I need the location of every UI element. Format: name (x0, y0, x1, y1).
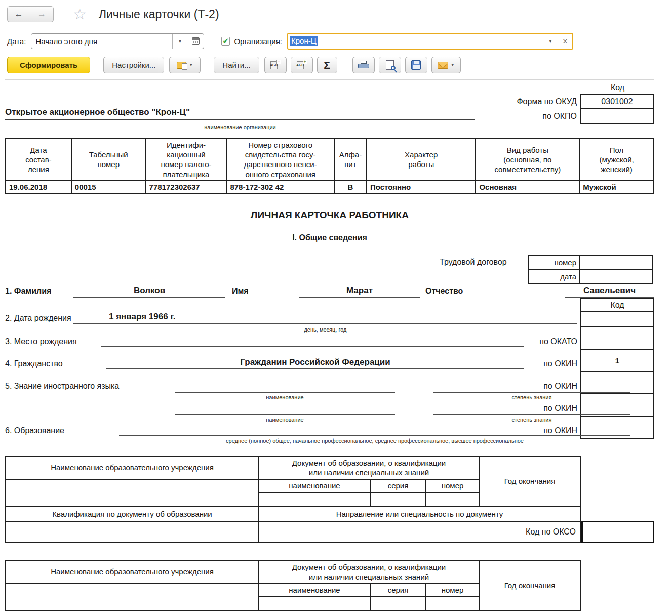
okin-label: по ОКИН (522, 359, 577, 368)
okso-label: Код по ОКСО (259, 521, 580, 543)
birthplace-line (101, 335, 524, 347)
settings-button[interactable]: Настройки... (103, 57, 164, 73)
chevron-down-icon: ▼ (548, 39, 552, 44)
language-label: 5. Знание иностранного языка (5, 382, 119, 391)
collapse-groups-button[interactable]: АБВ− (264, 57, 287, 73)
calendar-button[interactable] (187, 34, 204, 49)
save-button[interactable] (405, 57, 427, 73)
abc-plus-icon: АБВ+ (296, 60, 307, 70)
date-input[interactable]: Начало этого дня (31, 34, 172, 49)
window-header: ← → ☆ Личные карточки (Т-2) (0, 0, 672, 22)
value-cell: 19.06.2018 (6, 181, 71, 193)
section-title: I. Общие сведения (5, 233, 654, 242)
date-label: Дата: (7, 37, 26, 46)
date-dropdown-button[interactable]: ▼ (172, 34, 187, 49)
print-button[interactable] (352, 57, 375, 73)
code-cell: 1 (581, 349, 654, 372)
page-title: Личные карточки (Т-2) (99, 8, 219, 21)
expand-groups-button[interactable]: АБВ+ (291, 57, 313, 73)
chevron-down-icon: ▼ (189, 63, 193, 67)
doc-series-cell (370, 492, 426, 507)
nav-button-group: ← → (7, 6, 54, 22)
contract-date-label: дата (529, 269, 579, 283)
header-cell: Алфа- вит (334, 139, 367, 181)
value-cell: В (334, 181, 367, 193)
favorite-star-icon[interactable]: ☆ (73, 7, 87, 22)
birthplace-label: 3. Место рождения (5, 337, 77, 346)
date-field[interactable]: Начало этого дня ▼ (31, 33, 204, 49)
report-variants-icon (177, 62, 186, 69)
header-cell: Дата состав- ления (6, 139, 71, 181)
surname-value: Волков (73, 285, 225, 298)
year-header: Год окончания (479, 560, 580, 611)
year-header: Год окончания (479, 456, 580, 507)
code-column-header: Код (581, 298, 654, 312)
header-cell: Характер работы (367, 139, 476, 181)
generate-button[interactable]: Сформировать (7, 57, 90, 73)
language-degree-line (433, 381, 630, 393)
citizenship-value: Гражданин Российской Федерации (106, 357, 524, 369)
language-name-caption: наименование (175, 394, 395, 400)
org-field[interactable]: Крон-Ц ▼ ✕ (287, 33, 573, 50)
education-label: 6. Образование (5, 426, 64, 435)
language-degree-caption: степень знания (433, 417, 630, 423)
totals-button[interactable]: Σ (317, 57, 337, 73)
org-clear-button[interactable]: ✕ (558, 34, 572, 49)
language-degree-caption: степень знания (433, 394, 630, 400)
org-dropdown-button[interactable]: ▼ (543, 34, 558, 49)
patronymic-value: Савельевич (565, 285, 654, 298)
send-mail-button[interactable]: ▼ (431, 57, 461, 73)
document-title: ЛИЧНАЯ КАРТОЧКА РАБОТНИКА (5, 210, 654, 221)
okpo-label: по ОКПО (494, 109, 580, 124)
qualification-header: Квалификация по документу об образовании (6, 506, 259, 521)
direction-header: Направление или специальность по докумен… (259, 506, 580, 521)
forward-button[interactable]: → (30, 7, 53, 22)
contract-number-cell (579, 255, 653, 269)
document-header: Документ об образовании, о квалификации … (259, 456, 479, 479)
floppy-disk-icon (411, 60, 421, 70)
doc-series-subheader: серия (370, 584, 426, 597)
back-arrow-icon: ← (15, 9, 23, 19)
info-table: Дата состав- ления Табельный номер Идент… (5, 138, 654, 194)
report-area[interactable]: Код Форма по ОКУД 0301002 по ОКПО Открыт… (5, 79, 654, 609)
education-caption: среднее (полное) общее, начальное профес… (119, 438, 630, 444)
doc-name-subheader: наименование (259, 479, 370, 492)
institution-header: Наименование образовательного учреждения (6, 456, 259, 479)
birth-date-caption: день, месяц, год (73, 326, 577, 333)
report-variants-button[interactable]: ▼ (169, 57, 201, 73)
header-cell: Табельный номер (71, 139, 146, 181)
abc-minus-icon: АБВ− (270, 60, 281, 70)
header-cell: Номер страхового свидетельства госу- дар… (226, 139, 334, 181)
value-cell: 00015 (71, 181, 146, 193)
institution-cell (6, 584, 259, 611)
code-cell (581, 312, 654, 327)
birth-date-label: 2. Дата рождения (5, 314, 71, 323)
education-line (119, 424, 630, 436)
printer-icon (358, 61, 369, 69)
header-cell: Идентифи- кационный номер налого- плател… (146, 139, 227, 181)
labor-contract-label: Трудовой договор (440, 258, 507, 267)
preview-button[interactable] (379, 57, 401, 73)
language-name-line (175, 403, 395, 415)
company-name: Открытое акционерное общество "Крон-Ц" (5, 107, 475, 120)
org-input[interactable]: Крон-Ц (288, 34, 543, 49)
doc-number-cell (426, 492, 479, 507)
contract-date-cell (579, 269, 653, 283)
value-cell: Основная (476, 181, 579, 193)
header-cell: Вид работы (основная, по совместительств… (476, 139, 579, 181)
find-button[interactable]: Найти... (214, 57, 259, 73)
org-label: Организация: (234, 37, 282, 46)
education-table-1: Наименование образовательного учреждения… (5, 456, 581, 507)
sigma-icon: Σ (324, 59, 330, 71)
calendar-icon (192, 37, 200, 45)
doc-name-subheader: наименование (259, 584, 370, 597)
value-cell: Мужской (579, 181, 654, 193)
doc-name-cell (259, 492, 370, 507)
org-checkbox[interactable]: ✔ (221, 37, 230, 46)
back-button[interactable]: ← (8, 7, 30, 22)
doc-number-subheader: номер (426, 584, 479, 597)
value-cell: 778172302637 (146, 181, 227, 193)
okud-value-cell: 0301002 (580, 94, 654, 109)
doc-number-cell (426, 597, 479, 611)
org-selected-text: Крон-Ц (290, 36, 318, 46)
